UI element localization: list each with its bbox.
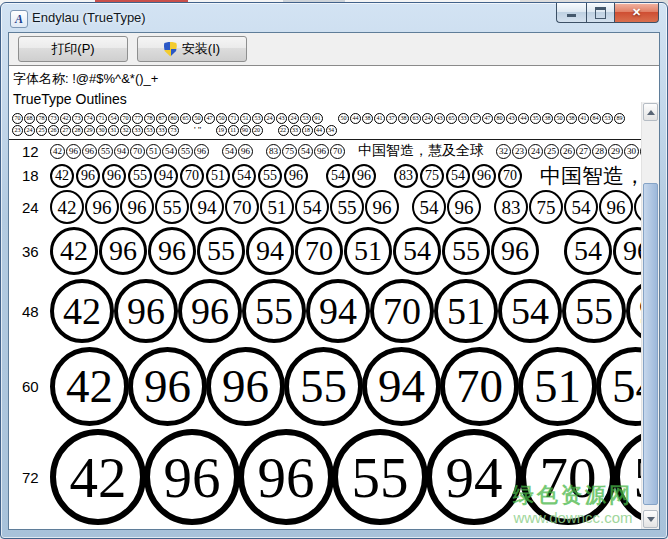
maximize-button[interactable]: [586, 3, 615, 23]
circled-number-glyph: 54: [326, 164, 350, 188]
circled-number-glyph: 47: [482, 113, 493, 124]
circled-number-glyph: 44: [518, 113, 529, 124]
chinese-sample-text: 中国智造，慧及全球: [540, 162, 642, 190]
font-viewer-window: A Endylau (TrueType) ✕ 打印(P) 安装(I) 字体名称:…: [0, 2, 668, 539]
charset-row: 2324252627282930313233533373' "191190202…: [12, 124, 642, 136]
glyph-strip: 4296965594705154559654968375549670中国智造，慧…: [50, 278, 642, 345]
circled-number-glyph: 42: [50, 279, 114, 343]
circled-number-glyph: 23: [512, 144, 527, 159]
circled-number-glyph: 42: [50, 144, 65, 159]
circled-number-glyph: 30: [624, 144, 639, 159]
circled-number-glyph: 32: [496, 144, 511, 159]
fontview-app-icon: A: [10, 10, 28, 28]
circled-number-glyph: 84: [590, 113, 601, 124]
toolbar: 打印(P) 安装(I): [9, 33, 659, 66]
scrollbar-thumb[interactable]: [643, 183, 658, 505]
circled-number-glyph: 22: [278, 125, 289, 136]
circled-number-glyph: 55: [242, 279, 306, 343]
circled-number-glyph: 26: [48, 125, 59, 136]
circled-number-glyph: 50: [192, 113, 203, 124]
circled-number-glyph: 42: [50, 190, 84, 224]
circled-number-glyph: 50: [338, 113, 349, 124]
size-label: 24: [9, 199, 50, 216]
circled-number-glyph: 53: [252, 113, 263, 124]
size-label: 72: [9, 469, 50, 486]
circled-number-glyph: 78: [144, 113, 155, 124]
scroll-up-button[interactable]: [643, 103, 658, 121]
circled-number-glyph: 96: [447, 190, 481, 224]
circled-number-glyph: 41: [578, 113, 589, 124]
size-sample-row: 604296965594705154559654968375549670中国智造…: [9, 345, 659, 427]
circled-number-glyph: 38: [566, 113, 577, 124]
maximize-icon: [595, 7, 606, 19]
circled-number-glyph: 96: [626, 279, 642, 343]
circled-number-glyph: 96: [66, 144, 81, 159]
circled-number-glyph: 94: [154, 164, 178, 188]
circled-number-glyph: 28: [592, 144, 607, 159]
circled-number-glyph: 11: [228, 125, 239, 136]
circled-number-glyph: 96: [365, 190, 399, 224]
circled-number-glyph: 96: [114, 279, 178, 343]
circled-number-glyph: 96: [491, 227, 539, 275]
circled-number-glyph: 94: [306, 279, 370, 343]
circled-number-glyph: 30: [96, 125, 107, 136]
circled-number-glyph: 80: [168, 113, 179, 124]
circled-number-glyph: 43: [276, 113, 287, 124]
circled-number-glyph: 94: [362, 347, 441, 426]
circled-number-glyph: 54: [162, 144, 177, 159]
circled-number-glyph: 42: [50, 429, 146, 525]
circled-number-glyph: 24: [264, 113, 275, 124]
circled-number-glyph: 43: [434, 113, 445, 124]
circled-number-glyph: 70: [330, 144, 345, 159]
vertical-scrollbar[interactable]: [641, 102, 659, 529]
circled-number-glyph: 55: [98, 144, 113, 159]
circled-number-glyph: 96: [206, 347, 285, 426]
minimize-button[interactable]: [556, 3, 586, 23]
close-icon: ✕: [632, 7, 641, 18]
circled-number-glyph: 37: [470, 113, 481, 124]
circled-number-glyph: 37: [386, 113, 397, 124]
circled-number-glyph: 83: [266, 144, 281, 159]
glyph-strip: 4296965594705154559654968375549670中国智造，慧…: [50, 162, 642, 190]
close-button[interactable]: ✕: [615, 3, 659, 23]
circled-number-glyph: 55: [258, 164, 282, 188]
circled-number-glyph: 96: [238, 144, 253, 159]
circled-number-glyph: 74: [84, 113, 95, 124]
circled-number-glyph: 55: [284, 347, 363, 426]
glyph-strip: 4296965594705154559654968375549670中国智造，慧…: [50, 226, 642, 276]
circled-number-glyph: 70: [225, 190, 259, 224]
size-label: 12: [9, 143, 50, 160]
circled-number-glyph: 70: [130, 144, 145, 159]
circled-number-glyph: 33: [458, 113, 469, 124]
circled-number-glyph: 94: [426, 429, 522, 525]
circled-number-glyph: 55: [332, 429, 428, 525]
circled-number-glyph: 25: [36, 125, 47, 136]
circled-number-glyph: 42: [50, 227, 98, 275]
circled-number-glyph: 18: [302, 125, 313, 136]
circled-number-glyph: 33: [132, 125, 143, 136]
circled-number-glyph: 80: [494, 113, 505, 124]
scroll-down-button[interactable]: [643, 510, 658, 528]
circled-number-glyph: 26: [560, 144, 575, 159]
minimize-icon: [567, 14, 576, 17]
print-button[interactable]: 打印(P): [18, 36, 128, 62]
circled-number-glyph: 54: [232, 164, 256, 188]
circled-number-glyph: 47: [204, 113, 215, 124]
circled-number-glyph: 96: [599, 190, 633, 224]
circled-number-glyph: 70: [498, 164, 522, 188]
install-button-label: 安装(I): [182, 40, 220, 58]
font-name-line: 字体名称: !@#$%^&*()_+: [13, 69, 657, 89]
circled-number-glyph: 51: [240, 113, 251, 124]
circled-number-glyph: 23: [12, 125, 23, 136]
glyph-strip: 4296965594705154559654968375549670中国智造，慧…: [50, 142, 642, 160]
client-area: 打印(P) 安装(I) 字体名称: !@#$%^&*()_+ TrueType …: [8, 32, 660, 530]
size-sample-row: 184296965594705154559654968375549670中国智造…: [9, 162, 659, 189]
install-button[interactable]: 安装(I): [137, 36, 247, 62]
circled-number-glyph: 73: [72, 113, 83, 124]
size-preview-rows: 124296965594705154559654968375549670中国智造…: [9, 140, 659, 527]
up-arrow-icon: [647, 110, 655, 115]
circled-number-glyph: 24: [422, 113, 433, 124]
circled-number-glyph: 54: [295, 190, 329, 224]
circled-number-glyph: 44: [314, 125, 325, 136]
titlebar[interactable]: A Endylau (TrueType) ✕: [1, 3, 667, 32]
